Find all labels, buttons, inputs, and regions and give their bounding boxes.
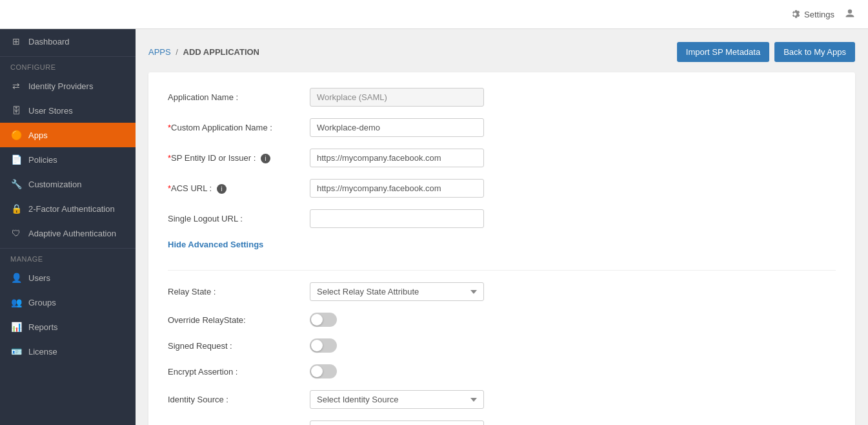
- configure-section: Configure: [0, 56, 136, 74]
- custom-app-name-input[interactable]: [310, 118, 484, 137]
- encrypt-assertion-toggle[interactable]: [310, 364, 337, 378]
- encrypt-assertion-slider: [310, 364, 337, 378]
- adaptive-auth-icon: 🛡: [10, 227, 22, 239]
- users-icon: 👤: [10, 272, 22, 284]
- relay-state-select[interactable]: Select Relay State Attribute: [310, 282, 484, 301]
- sidebar-item-policies[interactable]: 📄 Policies: [0, 147, 136, 172]
- sidebar-label-users: Users: [28, 273, 50, 283]
- sidebar-label-license: License: [28, 347, 57, 357]
- sidebar-label-identity-providers: Identity Providers: [28, 81, 93, 91]
- user-icon[interactable]: [845, 8, 855, 21]
- sidebar-item-dashboard[interactable]: ⊞ Dashboard: [0, 29, 136, 54]
- dashboard-icon: ⊞: [10, 36, 22, 47]
- form-card: Application Name : *Custom Application N…: [148, 72, 855, 425]
- acs-url-row: *ACS URL : i: [168, 179, 836, 198]
- user-stores-icon: 🗄: [10, 105, 22, 116]
- override-relay-label: Override RelayState:: [168, 315, 310, 325]
- hide-advanced-settings-link[interactable]: Hide Advanced Settings: [168, 240, 263, 249]
- content-area: APPS / ADD APPLICATION Import SP Metadat…: [136, 29, 868, 425]
- sidebar-item-groups[interactable]: 👥 Groups: [0, 290, 136, 315]
- settings-link[interactable]: Settings: [790, 9, 834, 19]
- identity-source-select[interactable]: Select Identity Source: [310, 390, 484, 409]
- reports-icon: 📊: [10, 321, 22, 333]
- sidebar-item-2fa[interactable]: 🔒 2-Factor Authentication: [0, 196, 136, 221]
- page-header: APPS / ADD APPLICATION Import SP Metadat…: [148, 42, 855, 62]
- relay-state-label: Relay State :: [168, 287, 310, 296]
- breadcrumb-separator: /: [176, 47, 178, 57]
- gear-icon: [790, 9, 800, 19]
- manage-section: Manage: [0, 248, 136, 265]
- groups-icon: 👥: [10, 296, 22, 308]
- acs-url-input[interactable]: [310, 179, 484, 198]
- override-relay-row: Override RelayState:: [168, 313, 836, 327]
- sp-entity-input[interactable]: [310, 149, 484, 167]
- signed-request-row: Signed Request :: [168, 338, 836, 353]
- sidebar-item-customization[interactable]: 🔧 Customization: [0, 172, 136, 196]
- sp-entity-label: *SP Entity ID or Issuer : i: [168, 153, 310, 163]
- user-avatar-icon: [845, 8, 855, 19]
- single-logout-input[interactable]: [310, 209, 484, 228]
- override-relay-toggle[interactable]: [310, 313, 337, 327]
- sidebar-label-adaptive-auth: Adaptive Authentication: [28, 229, 116, 238]
- sidebar-item-license[interactable]: 🪪 License: [0, 339, 136, 364]
- header-buttons: Import SP Metadata Back to My Apps: [677, 42, 855, 62]
- 2fa-icon: 🔒: [10, 203, 22, 214]
- encrypt-assertion-row: Encrypt Assertion :: [168, 364, 836, 378]
- divider: [168, 270, 836, 271]
- override-relay-slider: [310, 313, 337, 327]
- relay-state-row: Relay State : Select Relay State Attribu…: [168, 282, 836, 301]
- breadcrumb: APPS / ADD APPLICATION: [148, 47, 259, 57]
- acs-url-info-icon[interactable]: i: [217, 184, 227, 194]
- sidebar-label-customization: Customization: [28, 180, 81, 189]
- identity-providers-icon: ⇄: [10, 80, 22, 92]
- sp-entity-row: *SP Entity ID or Issuer : i: [168, 149, 836, 167]
- name-id-select[interactable]: E-Mail Address: [310, 420, 484, 425]
- signed-request-toggle[interactable]: [310, 338, 337, 353]
- breadcrumb-current: ADD APPLICATION: [183, 47, 259, 57]
- sidebar-label-groups: Groups: [28, 298, 56, 307]
- license-icon: 🪪: [10, 346, 22, 357]
- identity-source-row: Identity Source : Select Identity Source: [168, 390, 836, 409]
- topbar: Settings: [0, 0, 868, 29]
- acs-url-label: *ACS URL : i: [168, 183, 310, 194]
- sidebar-label-dashboard: Dashboard: [28, 37, 70, 47]
- single-logout-row: Single Logout URL :: [168, 209, 836, 228]
- sidebar-item-user-stores[interactable]: 🗄 User Stores: [0, 98, 136, 123]
- main-layout: ⊞ Dashboard Configure ⇄ Identity Provide…: [0, 29, 868, 425]
- custom-app-name-row: *Custom Application Name :: [168, 118, 836, 137]
- sidebar-item-users[interactable]: 👤 Users: [0, 265, 136, 290]
- sidebar-label-apps: Apps: [28, 130, 48, 140]
- single-logout-label: Single Logout URL :: [168, 214, 310, 223]
- breadcrumb-apps-link[interactable]: APPS: [148, 47, 171, 57]
- policies-icon: 📄: [10, 154, 22, 165]
- settings-label: Settings: [804, 10, 834, 19]
- customization-icon: 🔧: [10, 178, 22, 190]
- sp-entity-info-icon[interactable]: i: [261, 154, 270, 163]
- sidebar-label-reports: Reports: [28, 322, 58, 332]
- application-name-row: Application Name :: [168, 88, 836, 107]
- application-name-label: Application Name :: [168, 92, 310, 102]
- signed-request-label: Signed Request :: [168, 341, 310, 351]
- identity-source-label: Identity Source :: [168, 395, 310, 404]
- encrypt-assertion-label: Encrypt Assertion :: [168, 367, 310, 377]
- sidebar: ⊞ Dashboard Configure ⇄ Identity Provide…: [0, 29, 136, 425]
- sidebar-item-adaptive-auth[interactable]: 🛡 Adaptive Authentication: [0, 221, 136, 245]
- signed-request-slider: [310, 338, 337, 353]
- import-sp-metadata-button[interactable]: Import SP Metadata: [677, 42, 769, 62]
- sidebar-item-apps[interactable]: 🟠 Apps: [0, 123, 136, 147]
- sidebar-label-policies: Policies: [28, 155, 57, 165]
- custom-app-name-label: *Custom Application Name :: [168, 123, 310, 132]
- name-id-row: *Name ID : E-Mail Address: [168, 420, 836, 425]
- application-name-input[interactable]: [310, 88, 484, 107]
- back-to-my-apps-button[interactable]: Back to My Apps: [774, 42, 855, 62]
- apps-icon: 🟠: [10, 129, 22, 141]
- sidebar-item-identity-providers[interactable]: ⇄ Identity Providers: [0, 74, 136, 98]
- sidebar-label-2fa: 2-Factor Authentication: [28, 204, 115, 214]
- sidebar-item-reports[interactable]: 📊 Reports: [0, 315, 136, 339]
- sidebar-label-user-stores: User Stores: [28, 106, 73, 116]
